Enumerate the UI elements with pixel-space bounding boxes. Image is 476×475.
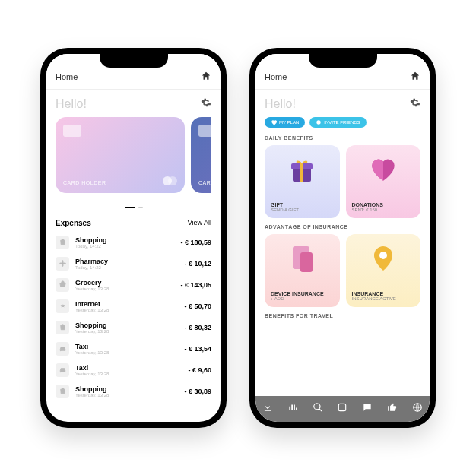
expense-amount: - € 143,05: [180, 281, 211, 289]
home-icon[interactable]: [410, 71, 420, 83]
expense-date: Yesterday, 13:28: [75, 393, 178, 397]
gear-icon[interactable]: [410, 97, 420, 111]
expense-row[interactable]: PharmacyToday, 14:22- € 10,12: [56, 253, 211, 274]
invite-friends-pill[interactable]: INVITE FRIENDS: [309, 117, 366, 128]
gear-icon[interactable]: [201, 97, 211, 111]
expense-date: Yesterday, 13:28: [75, 287, 174, 291]
download-icon[interactable]: [262, 402, 273, 416]
greeting: Hello!: [265, 97, 296, 111]
expense-icon: [56, 257, 69, 271]
expense-date: Yesterday, 13:28: [75, 350, 178, 355]
svg-rect-7: [339, 404, 346, 410]
tile-insurance[interactable]: INSURANCEINSURANCE ACTIVE: [346, 234, 421, 307]
expense-icon: [56, 342, 69, 356]
chip-icon: [63, 125, 81, 137]
svg-point-0: [317, 120, 321, 124]
card-2[interactable]: CARD HOLDER: [191, 117, 211, 193]
expenses-title: Expenses: [56, 219, 91, 227]
chat-icon[interactable]: [362, 402, 373, 416]
my-plan-pill[interactable]: MY PLAN: [265, 117, 305, 128]
expense-icon: [56, 299, 69, 313]
mastercard-icon: [163, 176, 177, 185]
expense-amount: - € 13,54: [184, 345, 211, 353]
app-icon[interactable]: [337, 402, 347, 416]
expense-row[interactable]: ShoppingToday, 14:22- € 180,59: [56, 232, 211, 253]
svg-rect-5: [300, 252, 313, 272]
expense-amount: - € 180,59: [180, 239, 211, 246]
phone-left: Home Hello! CARD HOLDER CA: [40, 48, 227, 428]
expense-name: Internet: [75, 300, 178, 308]
expense-name: Shopping: [75, 236, 174, 244]
expense-row[interactable]: ShoppingYesterday, 13:28- € 80,32: [56, 317, 211, 338]
notch: [100, 54, 168, 68]
location-pin-icon: [352, 240, 415, 277]
home-icon[interactable]: [201, 71, 211, 83]
expense-date: Yesterday, 13:28: [75, 308, 178, 312]
nav-title: Home: [56, 72, 78, 81]
expense-amount: - € 10,12: [184, 260, 211, 268]
card-holder-label: CARD HOLDER: [198, 180, 211, 185]
expense-name: Taxi: [75, 364, 182, 372]
expense-row[interactable]: TaxiYesterday, 13:28- € 9,60: [56, 359, 211, 381]
expense-name: Shopping: [75, 385, 178, 393]
chip-icon: [198, 125, 211, 137]
expense-icon: [56, 363, 69, 377]
expense-icon: [56, 236, 69, 249]
svg-rect-3: [300, 163, 303, 182]
expense-date: Yesterday, 13:28: [75, 329, 178, 334]
device-icon: [271, 240, 334, 277]
expense-date: Yesterday, 13:28: [75, 372, 182, 376]
expense-date: Today, 14:22: [75, 265, 178, 270]
tile-donations[interactable]: DONATIONSSENT: € 150: [346, 145, 421, 218]
card-holder-label: CARD HOLDER: [63, 180, 106, 185]
globe-icon[interactable]: [412, 402, 423, 416]
expense-amount: - € 50,70: [184, 302, 211, 310]
card-1[interactable]: CARD HOLDER: [56, 117, 185, 193]
carousel-dots[interactable]: [56, 198, 211, 211]
expense-icon: [56, 385, 69, 398]
section-travel: BENEFITS FOR TRAVEL: [265, 313, 420, 318]
search-icon[interactable]: [313, 402, 323, 416]
expense-name: Pharmacy: [75, 258, 178, 265]
expense-amount: - € 80,32: [184, 324, 211, 331]
tile-gift[interactable]: GIFTSEND A GIFT: [265, 145, 340, 218]
expense-icon: [56, 321, 69, 334]
like-icon[interactable]: [387, 402, 398, 416]
expense-icon: [56, 278, 69, 292]
expense-row[interactable]: TaxiYesterday, 13:28- € 13,54: [56, 338, 211, 359]
expense-date: Today, 14:22: [75, 244, 174, 249]
chart-icon[interactable]: [287, 402, 298, 416]
expense-name: Shopping: [75, 321, 178, 329]
gift-icon: [271, 151, 334, 188]
section-insurance: ADVANTAGE OF INSURANCE: [265, 224, 420, 230]
phone-right: Home Hello! MY PLAN INVITE FRIENDS DAILY…: [249, 48, 436, 428]
nav-title: Home: [265, 72, 287, 81]
view-all-link[interactable]: View All: [188, 219, 211, 227]
expense-row[interactable]: InternetYesterday, 13:28- € 50,70: [56, 296, 211, 317]
expense-amount: - € 30,89: [184, 388, 211, 395]
expense-amount: - € 9,60: [188, 366, 211, 374]
svg-point-6: [379, 252, 387, 259]
expense-row[interactable]: ShoppingYesterday, 13:28- € 30,89: [56, 381, 211, 402]
cards-carousel[interactable]: CARD HOLDER CARD HOLDER: [56, 117, 211, 193]
notch: [309, 54, 377, 68]
bottom-nav: [255, 396, 430, 422]
tile-device-insurance[interactable]: DEVICE INSURANCE+ ADD: [265, 234, 340, 307]
heart-icon: [352, 151, 415, 188]
section-daily: DAILY BENEFITS: [265, 135, 420, 141]
expense-name: Taxi: [75, 343, 178, 350]
expense-row[interactable]: GroceryYesterday, 13:28- € 143,05: [56, 274, 211, 296]
expense-name: Grocery: [75, 279, 174, 287]
greeting: Hello!: [56, 97, 87, 111]
